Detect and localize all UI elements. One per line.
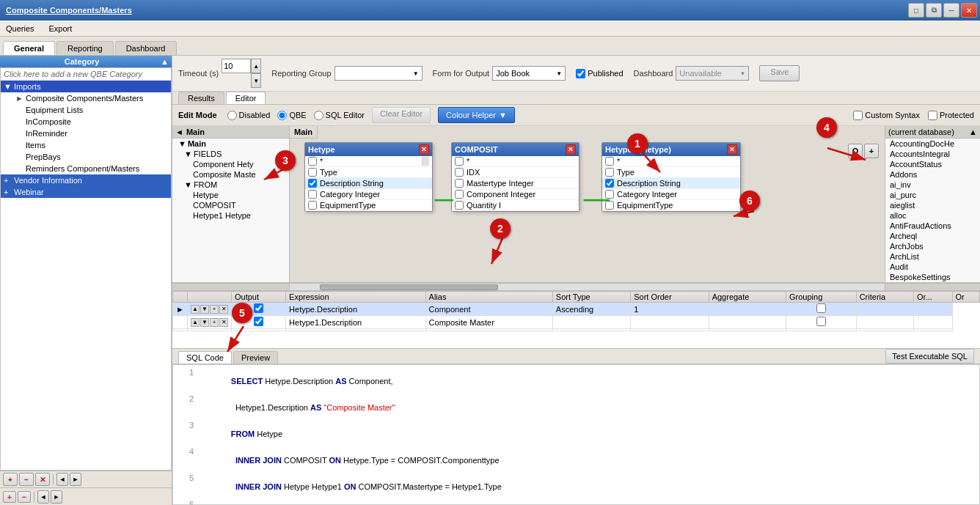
tree-node-prepbays[interactable]: PrepBays	[1, 151, 171, 163]
save-button[interactable]: Save	[759, 65, 800, 81]
grid-cell-or1[interactable]	[914, 303, 953, 316]
field-checkbox[interactable]	[308, 190, 317, 199]
db-item[interactable]: BespokeSettings	[885, 272, 980, 282]
qb-tree-composit[interactable]: COMPOSIT	[172, 200, 289, 210]
table-row[interactable]: Category Integer	[305, 189, 432, 200]
grid-cell-criteria3[interactable]	[856, 329, 913, 331]
db-item[interactable]: aieglist	[885, 200, 980, 210]
grid-cell-criteria2[interactable]	[856, 316, 913, 329]
grid-cell-or3[interactable]	[914, 329, 953, 331]
grid-cell-sortorder2[interactable]	[631, 316, 709, 329]
tree-node-equipment[interactable]: Equipment Lists	[1, 104, 171, 116]
grid-cell-alias2[interactable]: Composite Master	[425, 316, 552, 329]
db-item[interactable]: AccountsIntegral	[885, 149, 980, 159]
protected-checkbox[interactable]	[928, 111, 937, 120]
tree-node-inreminder[interactable]: InReminder	[1, 128, 171, 139]
table-row[interactable]: *	[305, 156, 432, 167]
field-checkbox[interactable]	[308, 201, 317, 210]
nav-next-button[interactable]: ►	[51, 490, 62, 504]
tab-results[interactable]: Results	[178, 92, 224, 104]
row-down-button[interactable]: ▼	[200, 305, 209, 314]
minimize-button[interactable]: ─	[943, 3, 959, 18]
table-row[interactable]: Quantity I	[452, 200, 579, 211]
grid-cell-sorttype[interactable]: Ascending	[552, 303, 630, 316]
canvas-hscroll[interactable]	[172, 283, 980, 290]
qb-tree-composite[interactable]: Composite Maste	[172, 169, 289, 180]
dashboard-combo[interactable]: Unavailable ▼	[676, 66, 749, 81]
field-checkbox[interactable]	[308, 179, 317, 188]
composit-close-button[interactable]: ✕	[566, 144, 576, 155]
field-checkbox[interactable]	[605, 179, 614, 188]
nav-left-button[interactable]: ◄	[56, 473, 68, 486]
field-checkbox[interactable]	[605, 157, 614, 166]
grid-cell-expression3[interactable]	[286, 329, 426, 331]
table-row[interactable]: Description String	[602, 178, 740, 189]
table-row[interactable]: Type	[602, 167, 740, 178]
field-checkbox[interactable]	[308, 157, 317, 166]
db-item[interactable]: AccountingDocHe	[885, 139, 980, 149]
timeout-up-button[interactable]: ▲	[251, 59, 261, 73]
remove-bottom-button[interactable]: −	[18, 491, 31, 503]
table-row[interactable]: EquipmentType	[305, 200, 432, 211]
qb-tree-fields[interactable]: ▼ FIELDS	[172, 149, 289, 159]
tab-preview[interactable]: Preview	[233, 351, 278, 364]
sql-radio[interactable]	[314, 111, 323, 120]
add-table-button[interactable]: +	[864, 144, 879, 158]
grid-cell-sortorder3[interactable]	[631, 329, 709, 331]
grid-cell-or2[interactable]	[914, 316, 953, 329]
field-checkbox[interactable]	[455, 168, 464, 177]
field-checkbox[interactable]	[455, 190, 464, 199]
field-checkbox[interactable]	[455, 201, 464, 210]
disabled-radio[interactable]	[227, 111, 237, 120]
grouping-checkbox[interactable]	[816, 317, 826, 326]
hetype1-close-button[interactable]: ✕	[727, 144, 737, 155]
test-sql-button[interactable]: Test Executable SQL	[885, 349, 974, 364]
row-del-button[interactable]: ✕	[219, 318, 228, 327]
hetype-close-button[interactable]: ✕	[419, 144, 429, 155]
table-row[interactable]: *	[452, 156, 579, 167]
grid-cell-sorttype2[interactable]	[552, 316, 630, 329]
add-item-button[interactable]: +	[3, 473, 18, 486]
nav-prev-button[interactable]: ◄	[37, 490, 49, 504]
qb-tree-main[interactable]: ▼ Main	[172, 139, 289, 149]
table-row[interactable]: Type	[305, 167, 432, 178]
field-checkbox[interactable]	[605, 168, 614, 177]
grid-cell-expression[interactable]: Hetype.Description	[286, 303, 426, 316]
tree-node-vendor[interactable]: + Vendor Information	[1, 174, 171, 186]
table-row[interactable]: Description String	[305, 178, 432, 189]
qb-tree-component[interactable]: Component Hety	[172, 159, 289, 169]
qbe-radio[interactable]	[277, 111, 287, 120]
window-title[interactable]: Composite Components/Masters	[3, 6, 132, 15]
timeout-input[interactable]: 10	[222, 59, 251, 73]
grid-cell-alias[interactable]: Component	[425, 303, 552, 316]
reporting-combo[interactable]: ▼	[334, 66, 423, 81]
tab-dashboard[interactable]: Dashboard	[115, 41, 177, 55]
table-row[interactable]: Component Integer	[452, 189, 579, 200]
field-checkbox[interactable]	[605, 201, 614, 210]
output-checkbox[interactable]	[254, 317, 263, 326]
colour-helper-button[interactable]: Colour Helper ▼	[438, 107, 515, 123]
db-item[interactable]: AccountStatus	[885, 159, 980, 169]
grouping-checkbox[interactable]	[816, 303, 826, 313]
tree-node-composite[interactable]: ► Composite Components/Masters	[1, 92, 171, 104]
clear-editor-button[interactable]: Clear Editor	[372, 107, 431, 123]
published-checkbox[interactable]	[576, 69, 585, 78]
db-item[interactable]: ai_inv	[885, 180, 980, 190]
grid-cell-aggregate3[interactable]	[709, 329, 786, 331]
row-up-button[interactable]: ▲	[191, 305, 200, 314]
maximize-button[interactable]: □	[908, 3, 924, 18]
row-del-button[interactable]: ✕	[219, 305, 228, 314]
grid-cell-alias3[interactable]	[425, 329, 552, 331]
db-item[interactable]: ai_purc	[885, 190, 980, 200]
row-add-button[interactable]: +	[210, 318, 219, 327]
db-item[interactable]: AntiFraudActions	[885, 221, 980, 231]
field-checkbox[interactable]	[455, 157, 464, 166]
db-item[interactable]: Addons	[885, 169, 980, 180]
db-item[interactable]: Archeql	[885, 231, 980, 241]
row-add-button[interactable]: +	[210, 305, 219, 314]
qb-tree-from[interactable]: ▼ FROM	[172, 180, 289, 190]
remove-item-button[interactable]: −	[19, 473, 34, 486]
field-checkbox[interactable]	[605, 190, 614, 199]
qb-tree-hetype1[interactable]: Hetype1 Hetype	[172, 210, 289, 221]
table-row[interactable]	[173, 329, 980, 331]
